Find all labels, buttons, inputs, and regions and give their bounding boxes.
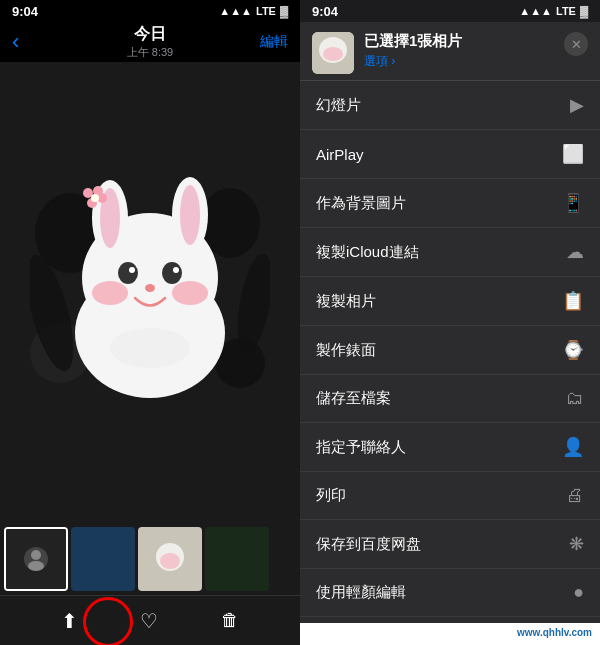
menu-item-label-10: 使用輕顏編輯	[316, 583, 406, 602]
right-battery-icon: ▓	[580, 5, 588, 17]
selected-photo-thumb	[312, 32, 354, 74]
menu-item-icon-2: 📱	[562, 192, 584, 214]
svg-point-21	[91, 194, 99, 202]
strip-thumb-2[interactable]	[71, 527, 135, 591]
page-title: 今日	[127, 24, 173, 45]
menu-item-icon-0: ▶	[570, 94, 584, 116]
right-panel: 9:04 ▲▲▲ LTE ▓ 已選擇1張相片 選項 › ✕ 幻燈片▶AirPla…	[300, 0, 600, 645]
svg-point-13	[173, 267, 179, 273]
left-header: ‹ 今日 上午 8:39 編輯	[0, 22, 300, 62]
menu-item-label-7: 指定予聯絡人	[316, 438, 406, 457]
menu-item-label-0: 幻燈片	[316, 96, 361, 115]
menu-item-icon-9: ❋	[569, 533, 584, 555]
page-subtitle: 上午 8:39	[127, 45, 173, 60]
close-button[interactable]: ✕	[564, 32, 588, 56]
left-status-bar: 9:04 ▲▲▲ LTE ▓	[0, 0, 300, 22]
share-header-info: 已選擇1張相片 選項 ›	[364, 32, 588, 70]
menu-item-icon-8: 🖨	[566, 485, 584, 506]
options-link[interactable]: 選項 ›	[364, 53, 588, 70]
share-button[interactable]: ⬆	[61, 610, 78, 632]
right-status-icons: ▲▲▲ LTE ▓	[519, 5, 588, 17]
menu-item-label-3: 複製iCloud連結	[316, 243, 419, 262]
edit-button[interactable]: 編輯	[260, 33, 288, 51]
svg-point-9	[180, 185, 200, 245]
bunny-illustration	[30, 173, 270, 413]
menu-item-6[interactable]: 儲存至檔案🗂	[300, 375, 600, 423]
menu-item-icon-7: 👤	[562, 436, 584, 458]
menu-item-label-8: 列印	[316, 486, 346, 505]
menu-item-icon-4: 📋	[562, 290, 584, 312]
highlight-circle	[83, 597, 133, 646]
battery-icon: ▓	[280, 5, 288, 17]
menu-item-7[interactable]: 指定予聯絡人👤	[300, 423, 600, 472]
menu-item-icon-6: 🗂	[566, 388, 584, 409]
svg-point-22	[110, 328, 190, 368]
menu-item-label-1: AirPlay	[316, 146, 364, 163]
left-status-icons: ▲▲▲ LTE ▓	[219, 5, 288, 17]
main-photo-area[interactable]	[0, 62, 300, 523]
menu-item-icon-5: ⌚	[562, 339, 584, 361]
svg-point-32	[323, 47, 343, 61]
menu-item-label-4: 複製相片	[316, 292, 376, 311]
strip-thumb-4[interactable]	[205, 527, 269, 591]
menu-item-8[interactable]: 列印🖨	[300, 472, 600, 520]
svg-point-10	[118, 262, 138, 284]
strip-thumb-1[interactable]	[4, 527, 68, 591]
watermark-area: www.qhhlv.com	[300, 623, 600, 645]
menu-item-4[interactable]: 複製相片📋	[300, 277, 600, 326]
favorite-button[interactable]: ♡	[140, 609, 158, 633]
header-title-group: 今日 上午 8:39	[127, 24, 173, 60]
menu-item-label-5: 製作錶面	[316, 341, 376, 360]
svg-point-27	[28, 561, 44, 571]
svg-point-29	[160, 553, 180, 569]
right-signal-icon: ▲▲▲	[519, 5, 552, 17]
svg-point-15	[172, 281, 208, 305]
share-header: 已選擇1張相片 選項 › ✕	[300, 22, 600, 81]
svg-point-12	[129, 267, 135, 273]
strip-thumb-3[interactable]	[138, 527, 202, 591]
left-panel: 9:04 ▲▲▲ LTE ▓ ‹ 今日 上午 8:39 編輯	[0, 0, 300, 645]
menu-item-icon-1: ⬜	[562, 143, 584, 165]
right-status-bar: 9:04 ▲▲▲ LTE ▓	[300, 0, 600, 22]
right-time: 9:04	[312, 4, 338, 19]
menu-item-label-2: 作為背景圖片	[316, 194, 406, 213]
signal-icon: ▲▲▲	[219, 5, 252, 17]
svg-point-16	[145, 284, 155, 292]
svg-point-26	[31, 550, 41, 560]
photo-strip[interactable]	[0, 523, 300, 595]
menu-item-icon-3: ☁	[566, 241, 584, 263]
menu-item-5[interactable]: 製作錶面⌚	[300, 326, 600, 375]
delete-button[interactable]: 🗑	[221, 610, 239, 631]
menu-item-label-6: 儲存至檔案	[316, 389, 391, 408]
menu-item-0[interactable]: 幻燈片▶	[300, 81, 600, 130]
lte-label: LTE	[256, 5, 276, 17]
svg-point-14	[92, 281, 128, 305]
close-icon: ✕	[571, 37, 582, 52]
menu-item-label-9: 保存到百度网盘	[316, 535, 421, 554]
menu-item-9[interactable]: 保存到百度网盘❋	[300, 520, 600, 569]
share-menu-list: 幻燈片▶AirPlay⬜作為背景圖片📱複製iCloud連結☁複製相片📋製作錶面⌚…	[300, 81, 600, 623]
menu-item-3[interactable]: 複製iCloud連結☁	[300, 228, 600, 277]
menu-item-icon-10: ●	[573, 582, 584, 603]
menu-item-2[interactable]: 作為背景圖片📱	[300, 179, 600, 228]
back-button[interactable]: ‹	[12, 29, 19, 55]
menu-item-1[interactable]: AirPlay⬜	[300, 130, 600, 179]
svg-point-11	[162, 262, 182, 284]
bottom-toolbar: ⬆ ♡ 🗑	[0, 595, 300, 645]
selected-count: 已選擇1張相片	[364, 32, 462, 49]
menu-item-10[interactable]: 使用輕顏編輯●	[300, 569, 600, 617]
watermark-site: www.qhhlv.com	[517, 627, 592, 638]
right-lte-label: LTE	[556, 5, 576, 17]
left-time: 9:04	[12, 4, 38, 19]
